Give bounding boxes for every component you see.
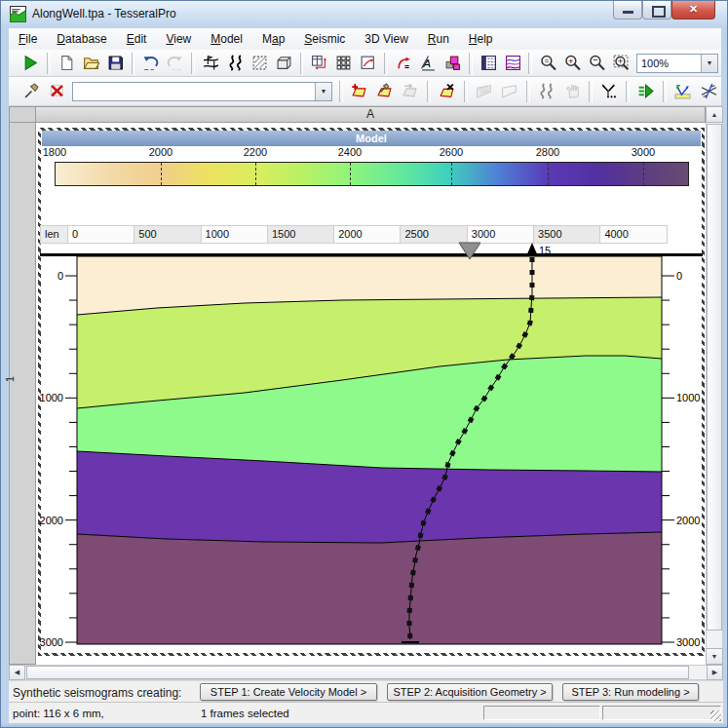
traces-pick-button xyxy=(535,79,558,103)
surface-fill-button xyxy=(473,79,496,103)
scroll-up-button[interactable]: ▲ xyxy=(706,106,723,123)
status-bar: point: 116 x 6 mm, 1 frames selected xyxy=(9,702,723,724)
polygon-edit-button[interactable] xyxy=(373,79,397,103)
horizontal-scroll-thumb[interactable] xyxy=(26,666,689,679)
toolbar-separator xyxy=(339,81,343,102)
toolbar-separator xyxy=(526,81,530,102)
velocity-model-section[interactable]: 0010001000200020003000300015 xyxy=(40,241,703,656)
frame-title-bar[interactable]: Model xyxy=(42,131,701,146)
dropdown-arrow-icon[interactable]: ▼ xyxy=(315,83,331,100)
status-cell-2 xyxy=(602,706,721,720)
depth-label-right: 0 xyxy=(676,270,682,282)
menu-edit[interactable]: Edit xyxy=(117,29,157,49)
scale-eq-icon: = xyxy=(396,55,412,71)
menu-file[interactable]: File xyxy=(9,29,47,49)
step1-create-velocity-model-button[interactable]: STEP 1: Create Velocity Model > xyxy=(200,683,377,701)
view-3d-button[interactable] xyxy=(273,51,295,75)
crossed-lines-button[interactable] xyxy=(697,79,720,103)
toolbar-separator xyxy=(626,81,630,102)
menu-view[interactable]: View xyxy=(156,29,201,49)
zoom-out-button[interactable]: − xyxy=(586,51,608,75)
flatten-icon xyxy=(600,83,617,99)
velocity-layer-5[interactable] xyxy=(77,532,662,644)
step3-run-modeling-button[interactable]: STEP 3: Run modeling > xyxy=(562,683,699,701)
zoom-reset-button[interactable]: = xyxy=(537,51,559,75)
tile-icon xyxy=(311,55,327,71)
step2-acquisition-geometry-button[interactable]: STEP 2: Acquisition Geometry > xyxy=(387,683,553,701)
resize-grip[interactable] xyxy=(710,710,721,721)
surface1-icon xyxy=(476,83,492,99)
wiggles-icon xyxy=(227,55,244,71)
maximize-button[interactable] xyxy=(642,1,671,19)
trace-headers-button[interactable] xyxy=(478,51,500,75)
menu-seismic[interactable]: Seismic xyxy=(294,29,355,49)
new-document-button[interactable] xyxy=(56,51,78,75)
menu-map[interactable]: Map xyxy=(252,29,294,49)
colorbar-tick-line xyxy=(350,163,351,185)
polygon-add-button[interactable] xyxy=(348,79,371,103)
scroll-left-button[interactable]: ◀ xyxy=(9,665,25,680)
application-window: AlongWell.tpa - TesseralPro FileDatabase… xyxy=(0,0,728,728)
close-button[interactable] xyxy=(671,1,715,19)
palette-button[interactable] xyxy=(441,51,464,75)
scroll-right-button[interactable]: ▶ xyxy=(707,665,723,680)
seismic-traces-button[interactable] xyxy=(224,51,247,75)
undo-button[interactable] xyxy=(139,51,162,75)
ray-icon xyxy=(674,83,691,99)
toolbar-separator xyxy=(469,53,473,74)
depth-label-right: 1000 xyxy=(676,392,700,403)
arrange-frames-button[interactable] xyxy=(332,51,355,75)
wiggles-icon xyxy=(538,83,555,99)
column-header-a[interactable]: A xyxy=(36,106,706,123)
menu-help[interactable]: Help xyxy=(459,29,503,49)
delete-object-button[interactable] xyxy=(45,79,68,103)
status-frames-text: 1 frames selected xyxy=(201,708,289,719)
menu-model[interactable]: Model xyxy=(201,29,252,49)
polygon-delete-button[interactable] xyxy=(436,79,459,103)
colorbar-tick-line xyxy=(255,163,256,185)
minimize-button[interactable] xyxy=(613,1,642,19)
model-editor-button[interactable] xyxy=(200,51,222,75)
open-icon xyxy=(83,55,99,71)
tile-frames-button[interactable] xyxy=(308,51,330,75)
selection-area-button[interactable] xyxy=(249,51,271,75)
zoom-level-select[interactable]: 100%▼ xyxy=(636,54,718,73)
poly-hammer-icon xyxy=(376,83,393,99)
menu-3d-view[interactable]: 3D View xyxy=(355,29,417,49)
toolbar-separator xyxy=(47,53,51,74)
seismic-image-button[interactable] xyxy=(502,51,524,75)
dropdown-arrow-icon[interactable]: ▼ xyxy=(701,55,717,72)
window-border xyxy=(1,723,728,728)
redo-icon xyxy=(167,55,183,71)
titlebar[interactable]: AlongWell.tpa - TesseralPro xyxy=(1,1,728,28)
source-marker-icon[interactable] xyxy=(526,243,538,256)
play-icon xyxy=(22,55,39,71)
row-header-label: 1 xyxy=(4,376,16,382)
vertical-scroll-thumb[interactable] xyxy=(707,124,722,631)
toolbar-separator xyxy=(132,53,135,74)
poly-del-icon xyxy=(439,83,455,99)
flatten-button[interactable] xyxy=(597,79,621,103)
scroll-down-button[interactable]: ▼ xyxy=(706,648,723,665)
zoom-select-button[interactable]: + xyxy=(610,51,632,75)
row-header[interactable] xyxy=(9,123,36,665)
menu-run[interactable]: Run xyxy=(418,29,459,49)
object-select[interactable]: ▼ xyxy=(72,82,332,101)
open-button[interactable] xyxy=(80,51,102,75)
palette-icon xyxy=(444,55,461,71)
save-button[interactable] xyxy=(104,51,127,75)
run-button[interactable] xyxy=(19,51,42,75)
scale-button[interactable]: = xyxy=(393,51,415,75)
cube-icon xyxy=(276,55,292,71)
zoom-in-button[interactable]: + xyxy=(561,51,584,75)
newdoc-icon xyxy=(58,55,75,71)
fit-frame-button[interactable] xyxy=(357,51,379,75)
run-modeling-button[interactable] xyxy=(634,79,658,103)
raypath-button[interactable] xyxy=(671,79,695,103)
menu-database[interactable]: Database xyxy=(47,29,116,49)
font-button[interactable]: A xyxy=(417,51,440,75)
poly-add-icon xyxy=(351,83,367,99)
depth-label-left: 1000 xyxy=(40,392,63,403)
pick-edit-button[interactable] xyxy=(19,79,43,103)
font-icon: A xyxy=(420,55,437,71)
